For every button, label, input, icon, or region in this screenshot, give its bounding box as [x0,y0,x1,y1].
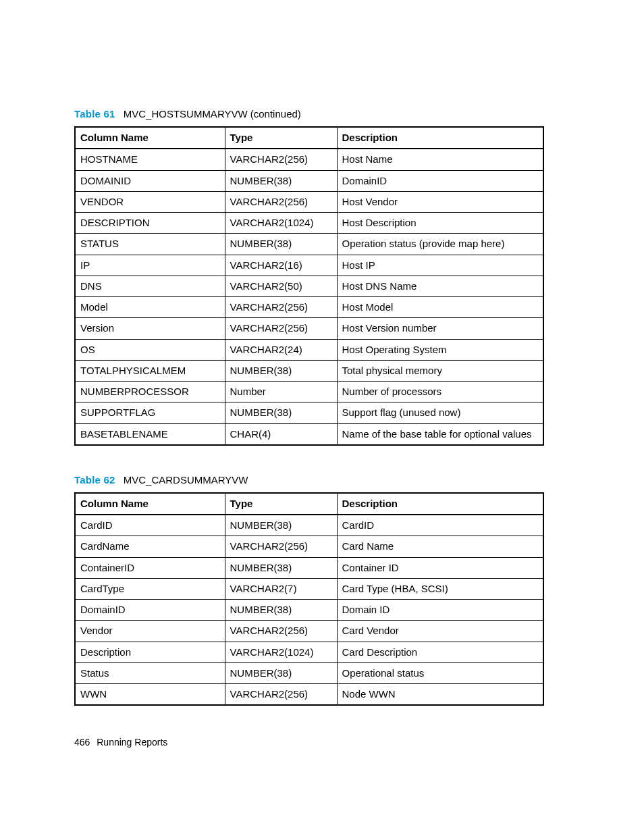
cell-type: NUMBER(38) [225,360,337,381]
cell-desc: Node WWN [337,684,543,706]
cell-col: DOMAINID [75,170,225,191]
cell-col: DNS [75,276,225,296]
cell-col: ContainerID [75,557,225,578]
cell-type: NUMBER(38) [225,402,337,423]
cell-type: VARCHAR2(256) [225,191,337,212]
cell-type: VARCHAR2(256) [225,297,337,318]
cell-desc: Operational status [337,662,543,683]
cell-type: VARCHAR2(24) [225,339,337,360]
cell-desc: Host Version number [337,318,543,339]
cell-col: IP [75,255,225,276]
table-row: IPVARCHAR2(16)Host IP [75,255,543,276]
cell-col: STATUS [75,234,225,255]
table-61-caption: Table 61 MVC_HOSTSUMMARYVW (continued) [74,108,570,120]
cell-type: CHAR(4) [225,423,337,445]
table-row: SUPPORTFLAGNUMBER(38)Support flag (unuse… [75,402,543,423]
table-61-label: Table 61 [74,108,115,120]
cell-desc: Name of the base table for optional valu… [337,423,543,445]
cell-type: NUMBER(38) [225,170,337,191]
table-62-caption: Table 62 MVC_CARDSUMMARYVW [74,474,570,486]
cell-desc: Card Name [337,536,543,557]
cell-col: SUPPORTFLAG [75,402,225,423]
cell-type: NUMBER(38) [225,600,337,621]
cell-type: VARCHAR2(1024) [225,213,337,234]
table-row: BASETABLENAMECHAR(4)Name of the base tab… [75,423,543,445]
cell-col: DESCRIPTION [75,213,225,234]
cell-col: Description [75,642,225,662]
table-61: Column Name Type Description HOSTNAMEVAR… [74,126,544,446]
table-62-label: Table 62 [74,474,115,486]
table-row: CardNameVARCHAR2(256)Card Name [75,536,543,557]
table-row: WWNVARCHAR2(256)Node WWN [75,684,543,706]
table-row: DESCRIPTIONVARCHAR2(1024)Host Descriptio… [75,213,543,234]
page-footer: 466 Running Reports [74,737,167,748]
table-row: TOTALPHYSICALMEMNUMBER(38)Total physical… [75,360,543,381]
cell-type: VARCHAR2(256) [225,684,337,706]
cell-col: CardType [75,578,225,599]
col-header-type: Type [225,127,337,149]
cell-type: VARCHAR2(7) [225,578,337,599]
table-61-title: MVC_HOSTSUMMARYVW (continued) [124,108,301,120]
cell-type: NUMBER(38) [225,234,337,255]
cell-desc: DomainID [337,170,543,191]
table-62-title: MVC_CARDSUMMARYVW [124,474,248,486]
cell-col: Status [75,662,225,683]
col-header-name: Column Name [75,493,225,515]
cell-desc: Number of processors [337,382,543,402]
cell-type: NUMBER(38) [225,557,337,578]
cell-col: NUMBERPROCESSOR [75,382,225,402]
cell-col: OS [75,339,225,360]
col-header-type: Type [225,493,337,515]
table-62: Column Name Type Description CardIDNUMBE… [74,492,544,706]
cell-desc: Total physical memory [337,360,543,381]
cell-type: VARCHAR2(50) [225,276,337,296]
cell-desc: Host Vendor [337,191,543,212]
table-row: ModelVARCHAR2(256)Host Model [75,297,543,318]
page: Table 61 MVC_HOSTSUMMARYVW (continued) C… [0,0,644,834]
cell-desc: Host IP [337,255,543,276]
cell-desc: Host Operating System [337,339,543,360]
cell-col: TOTALPHYSICALMEM [75,360,225,381]
cell-col: CardID [75,515,225,536]
table-row: StatusNUMBER(38)Operational status [75,662,543,683]
cell-desc: Host Name [337,149,543,170]
table-row: CardIDNUMBER(38)CardID [75,515,543,536]
cell-col: VENDOR [75,191,225,212]
section-title: Running Reports [97,737,167,748]
cell-type: NUMBER(38) [225,662,337,683]
cell-desc: Operation status (provide map here) [337,234,543,255]
page-number: 466 [74,737,90,748]
table-row: VersionVARCHAR2(256)Host Version number [75,318,543,339]
cell-desc: Card Type (HBA, SCSI) [337,578,543,599]
table-row: CardTypeVARCHAR2(7)Card Type (HBA, SCSI) [75,578,543,599]
cell-type: VARCHAR2(256) [225,149,337,170]
cell-desc: Domain ID [337,600,543,621]
col-header-desc: Description [337,493,543,515]
table-header-row: Column Name Type Description [75,127,543,149]
cell-type: VARCHAR2(256) [225,621,337,642]
cell-desc: CardID [337,515,543,536]
cell-col: Vendor [75,621,225,642]
table-row: STATUSNUMBER(38)Operation status (provid… [75,234,543,255]
cell-col: DomainID [75,600,225,621]
cell-type: VARCHAR2(1024) [225,642,337,662]
table-row: VendorVARCHAR2(256)Card Vendor [75,621,543,642]
table-row: DNSVARCHAR2(50)Host DNS Name [75,276,543,296]
cell-desc: Host Description [337,213,543,234]
col-header-desc: Description [337,127,543,149]
cell-desc: Host Model [337,297,543,318]
table-row: ContainerIDNUMBER(38)Container ID [75,557,543,578]
cell-type: Number [225,382,337,402]
table-row: DomainIDNUMBER(38)Domain ID [75,600,543,621]
table-row: DescriptionVARCHAR2(1024)Card Descriptio… [75,642,543,662]
cell-type: VARCHAR2(256) [225,318,337,339]
cell-col: CardName [75,536,225,557]
cell-col: BASETABLENAME [75,423,225,445]
table-row: VENDORVARCHAR2(256)Host Vendor [75,191,543,212]
cell-type: NUMBER(38) [225,515,337,536]
cell-type: VARCHAR2(16) [225,255,337,276]
cell-desc: Container ID [337,557,543,578]
cell-desc: Card Vendor [337,621,543,642]
cell-col: Version [75,318,225,339]
table-row: HOSTNAMEVARCHAR2(256)Host Name [75,149,543,170]
